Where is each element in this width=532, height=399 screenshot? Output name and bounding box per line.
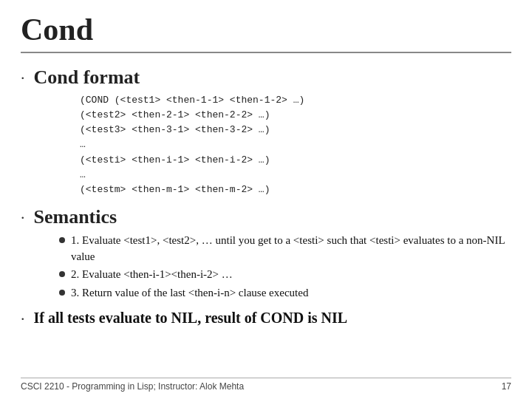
semantics-title: Semantics [34,206,117,228]
bullet-icon-3: · [21,310,25,329]
dot-icon-1 [59,237,65,243]
code-line-2: (<test2> <then-2-1> <then-2-2> …) [80,108,511,123]
semantics-text-2: 2. Evaluate <then-i-1><then-i-2> … [71,267,233,283]
dot-icon-2 [59,271,65,277]
cond-format-code: (COND (<test1> <then-1-1> <then-1-2> …) … [80,93,511,197]
code-line-6: … [80,168,511,183]
code-line-5: (<testi> <then-i-1> <then-i-2> …) [80,153,511,168]
footer: CSCI 2210 - Programming in Lisp; Instruc… [21,378,511,392]
nil-statement: If all tests evaluate to NIL, result of … [34,310,348,327]
semantics-section: · Semantics 1. Evaluate <test1>, <test2>… [21,206,511,304]
slide-title: Cond [21,12,511,53]
footer-left: CSCI 2210 - Programming in Lisp; Instruc… [21,381,244,392]
bullet-icon-2: · [21,208,25,228]
cond-format-header: · Cond format [21,66,511,89]
semantics-list: 1. Evaluate <test1>, <test2>, … until yo… [59,233,511,301]
semantics-item-1: 1. Evaluate <test1>, <test2>, … until yo… [59,233,511,265]
semantics-text-1: 1. Evaluate <test1>, <test2>, … until yo… [71,233,511,265]
bullet-icon: · [21,69,25,88]
slide: Cond · Cond format (COND (<test1> <then-… [0,0,532,399]
code-line-3: (<test3> <then-3-1> <then-3-2> …) [80,123,511,137]
semantics-item-3: 3. Return value of the last <then-i-n> c… [59,285,511,301]
code-line-1: (COND (<test1> <then-1-1> <then-1-2> …) [80,93,511,108]
dot-icon-3 [59,290,65,296]
semantics-item-2: 2. Evaluate <then-i-1><then-i-2> … [59,267,511,283]
code-line-4: … [80,137,511,152]
code-line-7: (<testm> <then-m-1> <then-m-2> …) [80,183,511,197]
cond-format-title: Cond format [34,66,140,89]
footer-right: 17 [502,381,511,392]
semantics-header: · Semantics [21,206,511,228]
semantics-text-3: 3. Return value of the last <then-i-n> c… [71,285,308,301]
cond-format-section: · Cond format (COND (<test1> <then-1-1> … [21,66,511,197]
nil-section: · If all tests evaluate to NIL, result o… [21,310,511,329]
